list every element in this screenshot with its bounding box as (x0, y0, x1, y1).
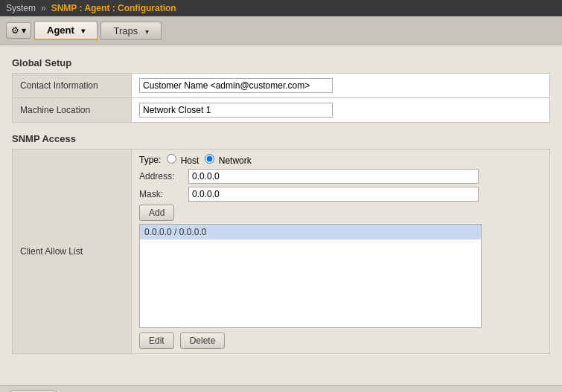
agent-tab-arrow: ▾ (81, 27, 85, 35)
toolbar: ⚙ ▾ Agent ▾ Traps ▾ (0, 16, 562, 45)
machine-location-row: Machine Location (13, 98, 550, 123)
host-radio-label[interactable]: Host (167, 154, 199, 166)
traps-tab-arrow: ▾ (145, 28, 149, 36)
bottom-bar: Update (0, 385, 562, 392)
machine-location-input[interactable] (139, 103, 333, 118)
mask-row: Mask: (139, 187, 542, 202)
breadcrumb-sep1: » (41, 3, 46, 13)
gear-arrow: ▾ (22, 25, 26, 36)
address-label: Address: (139, 171, 184, 181)
network-radio-label[interactable]: Network (205, 154, 251, 166)
add-button[interactable]: Add (139, 205, 174, 221)
machine-location-label: Machine Location (13, 98, 132, 123)
main-content: Global Setup Contact Information Machine… (0, 45, 562, 385)
type-label: Type: (139, 155, 161, 165)
tab-agent[interactable]: Agent ▾ (34, 21, 98, 40)
breadcrumb-system: System (6, 3, 36, 13)
mask-label: Mask: (139, 189, 184, 199)
host-radio[interactable] (167, 154, 176, 164)
tab-traps[interactable]: Traps ▾ (100, 22, 161, 40)
contact-info-input[interactable] (139, 78, 333, 93)
snmp-access-controls: Type: Host Network Address: (132, 150, 550, 354)
snmp-access-title: SNMP Access (12, 133, 550, 144)
contact-info-cell (132, 74, 550, 98)
global-setup-title: Global Setup (12, 57, 550, 68)
breadcrumb-active: SNMP : Agent : Configuration (51, 3, 176, 13)
client-allow-label: Client Allow List (13, 150, 132, 354)
gear-icon: ⚙ (11, 25, 19, 36)
contact-info-row: Contact Information (13, 74, 550, 98)
type-row: Type: Host Network (139, 154, 542, 166)
mask-input[interactable] (188, 187, 479, 202)
list-actions: Edit Delete (139, 332, 542, 349)
address-input[interactable] (188, 169, 479, 184)
machine-location-cell (132, 98, 550, 123)
global-setup-table: Contact Information Machine Location (12, 73, 550, 123)
breadcrumb-bar: System » SNMP : Agent : Configuration (0, 0, 562, 16)
snmp-access-table: Client Allow List Type: Host Network (12, 149, 550, 354)
edit-button[interactable]: Edit (139, 332, 174, 349)
gear-button[interactable]: ⚙ ▾ (6, 22, 31, 39)
contact-info-label: Contact Information (13, 74, 132, 98)
list-item[interactable]: 0.0.0.0 / 0.0.0.0 (140, 225, 481, 240)
network-radio[interactable] (205, 154, 214, 164)
address-row: Address: (139, 169, 542, 184)
snmp-access-row: Client Allow List Type: Host Network (13, 150, 550, 354)
allow-list[interactable]: 0.0.0.0 / 0.0.0.0 (139, 224, 482, 328)
delete-button[interactable]: Delete (180, 332, 226, 349)
